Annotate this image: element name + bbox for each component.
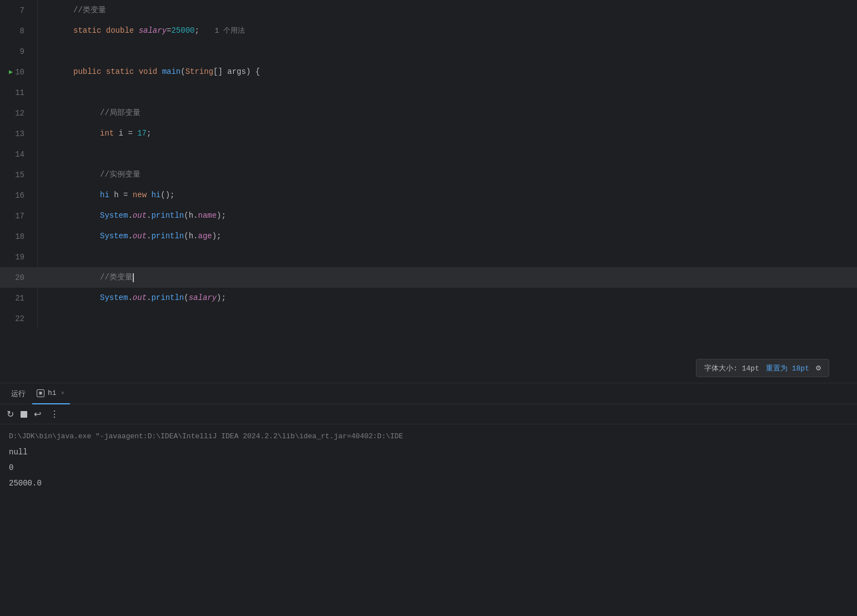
line-number-15: 15 (0, 171, 33, 179)
line-number-16: 16 (0, 191, 33, 200)
line-number-17: 17 (0, 212, 33, 221)
token-comment: //类变量 (100, 267, 133, 288)
gear-icon[interactable]: ⚙ (816, 363, 821, 373)
token-plain: h = (114, 185, 133, 206)
code-line-8: 8static double salary=25000; 1 个用法 (0, 21, 857, 41)
line-number-18: 18 (0, 232, 33, 241)
line-number-13: 13 (0, 129, 33, 138)
token-plain: ( (184, 288, 188, 308)
run-tabs: 运行 ▣ hi × (0, 383, 857, 404)
font-size-tooltip: 字体大小: 14pt 重置为 18pt ⚙ (696, 359, 829, 377)
token-plain: (); (161, 185, 174, 206)
token-italic-var: salary (189, 288, 217, 308)
token-class-name: System (100, 206, 128, 226)
output-line: 25000.0 (9, 475, 848, 491)
token-plain: . (147, 288, 151, 308)
line-code-12: //局部变量 (38, 103, 141, 123)
run-gutter-icon[interactable]: ▶ (9, 68, 13, 76)
line-number-20: 20 (0, 273, 33, 282)
token-method: println (151, 206, 184, 226)
token-plain: = (167, 21, 171, 41)
token-plain: ); (217, 288, 226, 308)
code-line-21: 21System.out.println(salary); (0, 288, 857, 308)
code-line-20: 20//类变量 (0, 267, 857, 288)
token-italic-var: salary (139, 21, 167, 41)
line-code-20: //类变量 (38, 267, 134, 288)
token-class-name: hi (100, 185, 114, 206)
line-code-16: hi h = new hi(); (38, 185, 174, 206)
code-line-9: 9 (0, 41, 857, 62)
restore-button[interactable]: ↩ (32, 408, 43, 420)
token-kw: int (100, 123, 119, 144)
code-line-7: 7//类变量 (0, 0, 857, 21)
rerun-button[interactable]: ↻ (4, 408, 16, 420)
token-plain: . (128, 206, 132, 226)
code-line-17: 17System.out.println(h.name); (0, 206, 857, 226)
tab-file-icon: ▣ (37, 389, 44, 397)
line-number-8: 8 (0, 27, 33, 36)
output-line: D:\JDK\bin\java.exe "-javaagent:D:\IDEA\… (9, 429, 848, 444)
token-plain: . (128, 226, 132, 247)
line-code-7: //类变量 (38, 0, 106, 21)
code-line-15: 15//实例变量 (0, 164, 857, 185)
token-plain: (h. (184, 226, 198, 247)
token-comment: //类变量 (73, 0, 106, 21)
token-number: 25000 (171, 21, 194, 41)
run-output[interactable]: D:\JDK\bin\java.exe "-javaagent:D:\IDEA\… (0, 424, 857, 616)
token-plain: . (147, 206, 151, 226)
line-code-21: System.out.println(salary); (38, 288, 226, 308)
token-italic-var: out (133, 288, 147, 308)
line-number-19: 19 (0, 253, 33, 262)
token-plain: i = (119, 123, 138, 144)
token-plain: ); (212, 226, 222, 247)
stop-button[interactable] (21, 411, 27, 418)
code-line-10: ▶10public static void main(String[] args… (0, 62, 857, 82)
line-number-7: 7 (0, 6, 33, 15)
line-number-10: ▶10 (0, 68, 33, 77)
line-number-14: 14 (0, 150, 33, 159)
code-line-14: 14 (0, 144, 857, 164)
run-label[interactable]: 运行 (4, 383, 32, 404)
token-kw: new (133, 185, 152, 206)
token-plain: ; (147, 123, 151, 144)
token-comment: //局部变量 (100, 103, 141, 123)
code-line-12: 12//局部变量 (0, 103, 857, 123)
tab-name: hi (48, 389, 57, 397)
line-number-9: 9 (0, 47, 33, 56)
token-class-name: System (100, 288, 128, 308)
more-button[interactable]: ⋮ (48, 408, 61, 420)
code-line-22: 22 (0, 308, 857, 329)
token-kw: double (106, 21, 139, 41)
token-kw: void (139, 62, 162, 82)
line-number-12: 12 (0, 109, 33, 118)
token-field: name (198, 206, 217, 226)
usage-hint: 1 个用法 (206, 21, 245, 41)
token-field: age (198, 226, 212, 247)
token-plain: [] args) { (213, 62, 260, 82)
line-code-13: int i = 17; (38, 123, 151, 144)
line-number-22: 22 (0, 314, 33, 323)
token-method: hi (151, 185, 161, 206)
reset-font-button[interactable]: 重置为 18pt (766, 363, 809, 373)
token-plain: ; (194, 21, 199, 41)
token-plain: ); (217, 206, 226, 226)
code-line-16: 16hi h = new hi(); (0, 185, 857, 206)
tab-close-icon[interactable]: × (60, 389, 66, 398)
token-method: main (162, 62, 181, 82)
code-content: 7//类变量8static double salary=25000; 1 个用法… (0, 0, 857, 383)
token-method: println (151, 288, 184, 308)
output-line: null (9, 444, 848, 460)
token-comment: //实例变量 (100, 164, 141, 185)
editor-area: 7//类变量8static double salary=25000; 1 个用法… (0, 0, 857, 383)
code-line-18: 18System.out.println(h.age); (0, 226, 857, 247)
line-code-17: System.out.println(h.name); (38, 206, 226, 226)
run-tab-hi[interactable]: ▣ hi × (32, 383, 70, 404)
token-plain: . (128, 288, 132, 308)
token-italic-var: out (133, 226, 147, 247)
line-code-8: static double salary=25000; 1 个用法 (38, 21, 245, 41)
line-number-21: 21 (0, 294, 33, 303)
code-line-11: 11 (0, 82, 857, 103)
line-code-15: //实例变量 (38, 164, 141, 185)
token-plain: . (147, 226, 151, 247)
line-number-11: 11 (0, 88, 33, 97)
